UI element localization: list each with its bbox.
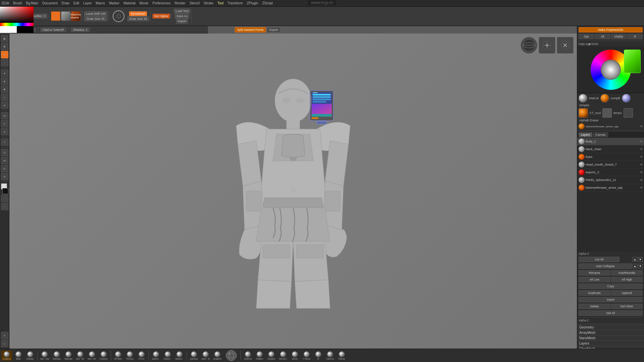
brush-slash3[interactable]: Slash3_ <box>174 351 185 361</box>
nav-icon2[interactable] <box>539 37 555 54</box>
copy-button[interactable]: Copy <box>579 284 643 289</box>
digilog-tools[interactable]: DigiLog▶Tools <box>577 42 644 46</box>
subtool-eye-head[interactable]: 👁 <box>640 163 643 166</box>
tool-brush3[interactable]: ■ <box>1 85 8 93</box>
tool-spray[interactable]: ⋅⋅ <box>1 195 8 202</box>
tool-transpose-rotate[interactable]: R <box>1 173 8 180</box>
menu-item-zedit[interactable]: ZEdit <box>1 1 9 5</box>
insert-button[interactable]: Insert <box>579 297 643 302</box>
tool-move[interactable]: ✥ <box>1 43 8 50</box>
subtool-eye-eyes[interactable]: 👁 <box>640 156 643 159</box>
brush-standai2[interactable]: Standai <box>63 351 74 361</box>
menu-item-marker[interactable]: Marker <box>109 1 119 5</box>
load-tool-button[interactable]: Load Tool <box>174 9 190 13</box>
masksla-btn[interactable]: MaskSla Maskla <box>71 11 80 21</box>
brush-movecl[interactable]: MoveCl <box>278 351 288 361</box>
brush-standai1[interactable]: Standai <box>51 351 62 361</box>
tool-transpose-scale[interactable]: E <box>1 165 8 172</box>
brush-softcla[interactable]: SoftCla <box>243 351 253 361</box>
brush-flatten[interactable]: Flatten <box>254 351 265 361</box>
menu-item-document[interactable]: Document <box>42 1 58 5</box>
draw-size-button[interactable]: Draw Size 35 <box>84 16 108 21</box>
all-low-button[interactable]: All Low <box>579 277 610 282</box>
tool-graphic[interactable]: ☺ <box>1 340 8 347</box>
brush-organis1[interactable]: Organis <box>1 351 12 361</box>
brush-move[interactable]: Move <box>289 351 300 361</box>
menu-item-stroke[interactable]: Stroke <box>204 1 213 5</box>
hammer-icon[interactable] <box>579 123 585 129</box>
brush-e[interactable]: E <box>313 351 324 361</box>
autoreorder-button[interactable]: AutoReorder <box>611 270 643 276</box>
white-swatch[interactable] <box>0 26 17 33</box>
ctscul-btn[interactable] <box>579 108 588 118</box>
tool-brush4[interactable]: + <box>1 94 8 101</box>
brush-tmove[interactable]: T Move <box>301 351 312 361</box>
brush-standai3[interactable]: Standai <box>189 351 199 361</box>
menu-item-macro[interactable]: Macro <box>96 1 105 5</box>
tool-brush1[interactable]: ● <box>1 69 8 77</box>
tool-brush2[interactable]: ▲ <box>1 77 8 85</box>
nano-mesh-section[interactable]: NanoMesh <box>577 335 644 341</box>
brush-benwr2[interactable]: ben_Wr <box>87 351 97 361</box>
subtool-item-hammer[interactable]: hammerthrower_armor_wip 👁 <box>577 184 644 192</box>
del-other-button[interactable]: Del Other <box>611 304 643 309</box>
brush-damst[interactable]: Dam_St <box>200 351 211 361</box>
brush-planar[interactable]: Planar <box>336 351 347 361</box>
menu-item-bgmain[interactable]: Bg:Main <box>26 1 38 5</box>
black-swatch[interactable] <box>17 26 34 33</box>
array-mesh-section[interactable]: ArrayMesh <box>577 330 644 335</box>
texture-thumb1[interactable] <box>61 11 70 21</box>
subtool-eye-export1[interactable]: 👁 <box>640 171 643 174</box>
menu-item-brush[interactable]: Brush <box>13 1 22 5</box>
arrow-down-icon[interactable]: ▼ <box>638 257 643 262</box>
opt-button[interactable]: Opt <box>579 34 594 39</box>
sphere-bottom-icon[interactable] <box>225 350 237 361</box>
del-higher-button[interactable]: Del Higher <box>153 14 170 18</box>
subtool-item-export1[interactable]: export1_3 👁 <box>577 169 644 176</box>
arrow-up-icon[interactable]: ▲ <box>633 257 637 262</box>
local-shift-button[interactable]: Local Shift 100 <box>84 11 108 16</box>
nav-icon3[interactable] <box>557 37 574 54</box>
menu-item-material[interactable]: Material <box>123 1 136 5</box>
subtool-eye-hammer[interactable]: 👁 <box>640 186 643 189</box>
tool-smooth[interactable]: ~ <box>1 59 8 66</box>
tool-gizmo[interactable]: G <box>1 149 8 156</box>
brush-blob[interactable]: Blob <box>13 351 24 361</box>
menu-item-tool[interactable]: Tool <box>217 1 223 5</box>
del-all-button[interactable]: Del All <box>579 310 643 316</box>
mat-orange1[interactable] <box>600 94 609 103</box>
color-picker[interactable] <box>0 7 34 33</box>
subtool-item-neck-chain[interactable]: Neck_chain 👁 <box>577 145 644 153</box>
pump-texture[interactable] <box>51 11 60 21</box>
subtool-eye-body1[interactable]: 👁 <box>640 140 643 143</box>
subtool-item-body1[interactable]: Body_1 👁 <box>577 138 644 145</box>
all-high-button[interactable]: All High <box>611 277 643 282</box>
layers-section[interactable]: Layers <box>577 341 644 346</box>
main-viewport[interactable]: 人人素材区 人人素材区 人人素材区 人人素材区 人人素材区 人人素材区 人人素材… <box>9 34 577 349</box>
subtool-eye-neck[interactable]: 👁 <box>640 148 643 151</box>
make-poly-button[interactable]: Make PolyMesh3D <box>579 27 643 33</box>
alphab-btn[interactable] <box>624 108 633 118</box>
brush-benwr1[interactable]: ben_Wr <box>75 351 86 361</box>
brush-snakeh[interactable]: SnakeH <box>212 351 223 361</box>
tool-mask[interactable]: M <box>1 112 8 119</box>
color-wheel-area[interactable] <box>577 46 644 93</box>
menu-item-render[interactable]: Render <box>174 1 185 5</box>
tool-select[interactable]: ▶ <box>1 35 8 42</box>
tool-clip[interactable]: C <box>1 120 8 127</box>
resolution-button[interactable]: Draw Size 35 <box>127 16 149 21</box>
temp1-btn[interactable] <box>602 108 612 118</box>
save-as-button[interactable]: Save As <box>175 14 189 18</box>
duplicate-button[interactable]: Duplicate <box>579 290 610 296</box>
tool-text[interactable]: T <box>1 138 8 146</box>
all-button[interactable]: All <box>595 34 610 39</box>
nav-sphere[interactable] <box>521 37 537 54</box>
auto-collapse-button[interactable]: Auto Collapse <box>579 263 632 269</box>
visible-button[interactable]: Visible <box>611 34 627 39</box>
background-color[interactable] <box>2 188 8 194</box>
tool-draw[interactable]: ✏ <box>1 51 8 58</box>
z-radius-button[interactable]: ZRadius: 1 <box>71 27 90 32</box>
subtool-item-eyes[interactable]: Eyes 👁 <box>577 153 644 161</box>
brush-ben1az[interactable]: ben_1az <box>39 351 50 361</box>
menu-item-transform[interactable]: Transform <box>228 1 243 5</box>
